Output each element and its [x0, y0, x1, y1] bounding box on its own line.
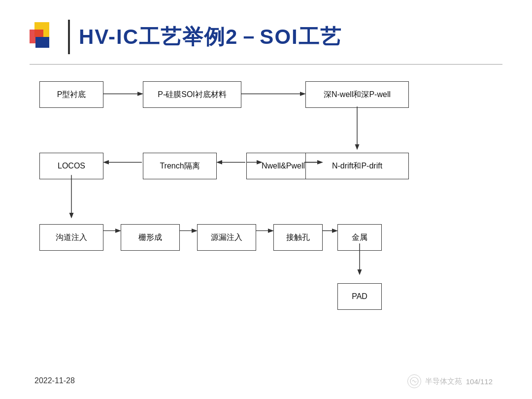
header: HV-IC工艺举例2－SOI工艺 — [30, 20, 342, 54]
flowchart: P型衬底 P-硅膜SOI衬底材料 深N-well和深P-well LOCOS T… — [30, 76, 502, 360]
box-locos: LOCOS — [39, 153, 103, 179]
page-number: 104/112 — [466, 377, 493, 386]
slide: HV-IC工艺举例2－SOI工艺 P型衬底 P-硅膜SOI衬底材料 深N-wel… — [0, 0, 532, 399]
box-channel-implant: 沟道注入 — [39, 224, 103, 251]
watermark-text: 半导体文苑 — [425, 377, 462, 386]
logo-blocks — [30, 22, 59, 52]
box-metal: 金属 — [337, 224, 382, 251]
header-rule — [30, 64, 502, 65]
box-source-drain: 源漏注入 — [197, 224, 256, 251]
header-divider — [68, 20, 70, 54]
box-gate-formation: 栅形成 — [121, 224, 180, 251]
arrows-svg — [30, 76, 502, 360]
box-p-substrate: P型衬底 — [39, 81, 103, 108]
footer-date: 2022-11-28 — [34, 376, 75, 385]
watermark-icon — [407, 374, 421, 388]
box-ndrift: N-drift和P-drift — [305, 153, 409, 179]
box-soi-material: P-硅膜SOI衬底材料 — [143, 81, 241, 108]
box-deep-nwell: 深N-well和深P-well — [305, 81, 409, 108]
footer-watermark: 半导体文苑 104/112 — [407, 374, 493, 388]
box-contact-hole: 接触孔 — [273, 224, 323, 251]
box-pad: PAD — [337, 283, 382, 310]
page-title: HV-IC工艺举例2－SOI工艺 — [79, 23, 342, 51]
box-trench: Trench隔离 — [143, 153, 217, 179]
logo-blue — [35, 37, 49, 48]
